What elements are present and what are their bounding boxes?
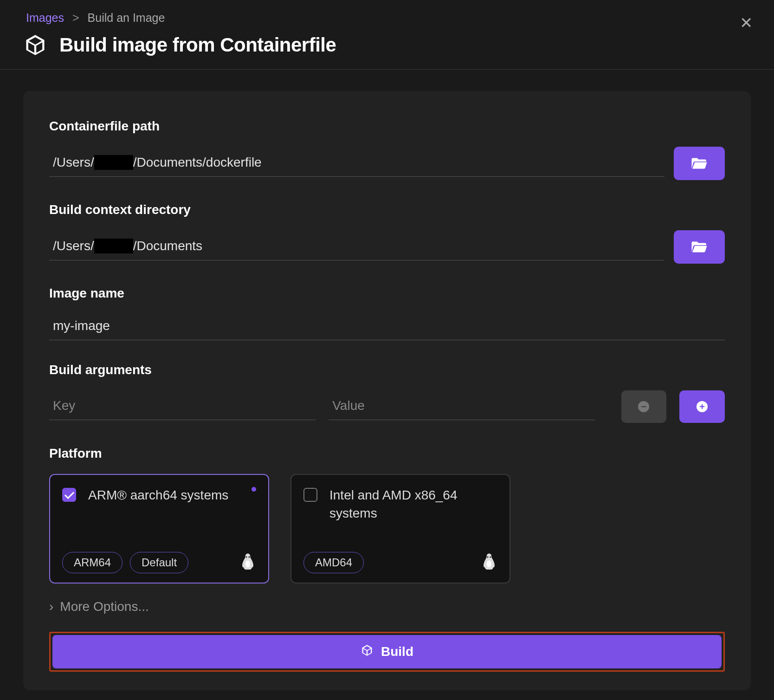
cube-icon [23,33,47,57]
remove-build-arg-button[interactable]: − [621,390,667,423]
pill-default: Default [130,552,188,573]
build-button-label: Build [381,644,413,659]
label-build-arguments: Build arguments [49,363,725,377]
page-header: Images > Build an Image Build image from… [0,0,774,70]
more-options-label: More Options... [60,599,148,614]
platform-title: Intel and AMD x86_64 systems [329,486,497,522]
path-suffix: /Documents [133,239,202,253]
svg-point-4 [490,557,491,558]
form-panel: Containerfile path /Users/xxxxxx/Documen… [23,91,751,690]
svg-point-5 [487,561,492,568]
breadcrumb-current: Build an Image [88,11,165,25]
linux-icon [239,553,256,572]
label-containerfile-path: Containerfile path [49,119,725,134]
redacted-user: xxxxxx [94,239,133,253]
path-prefix: /Users/ [53,239,94,253]
more-options-toggle[interactable]: › More Options... [49,599,725,614]
svg-point-3 [487,557,489,558]
build-arg-value-input[interactable] [329,394,595,420]
label-image-name: Image name [49,286,725,301]
path-suffix: /Documents/dockerfile [133,155,262,169]
build-highlight-box: Build [49,632,725,672]
page-title: Build image from Containerfile [59,34,336,56]
redacted-user: xxxxxx [94,155,133,170]
pill-amd64: AMD64 [303,552,364,573]
folder-open-icon [691,240,708,255]
breadcrumb-separator: > [72,11,79,25]
platform-title: ARM® aarch64 systems [88,486,228,504]
svg-point-1 [249,557,250,558]
browse-context-button[interactable] [674,230,725,264]
containerfile-path-input[interactable]: /Users/xxxxxx/Documents/dockerfile [49,150,664,177]
build-arg-key-input[interactable] [49,394,316,420]
selected-indicator-icon [252,487,256,492]
build-button[interactable]: Build [52,635,722,668]
close-icon[interactable]: ✕ [740,15,753,31]
platform-card-amd64[interactable]: Intel and AMD x86_64 systems AMD64 [290,474,510,583]
svg-point-2 [245,561,251,568]
minus-icon: − [638,401,649,412]
add-build-arg-button[interactable]: + [679,390,725,423]
linux-icon [481,553,497,572]
pill-arm64: ARM64 [62,552,123,573]
chevron-right-icon: › [49,599,53,614]
platform-card-arm64[interactable]: ARM® aarch64 systems ARM64 Default [49,474,269,583]
plus-icon: + [697,401,708,412]
context-directory-input[interactable]: /Users/xxxxxx/Documents [49,234,664,260]
label-context-directory: Build context directory [49,202,725,217]
svg-point-0 [246,557,247,558]
label-platform: Platform [49,446,725,461]
path-prefix: /Users/ [53,155,94,169]
breadcrumb-link-images[interactable]: Images [26,11,64,25]
folder-open-icon [691,156,708,171]
image-name-input[interactable] [49,314,725,340]
platform-checkbox-arm64[interactable] [62,488,76,502]
cube-icon [361,644,374,660]
platform-checkbox-amd64[interactable] [303,488,317,502]
browse-containerfile-button[interactable] [674,147,725,180]
breadcrumb: Images > Build an Image [26,11,751,25]
